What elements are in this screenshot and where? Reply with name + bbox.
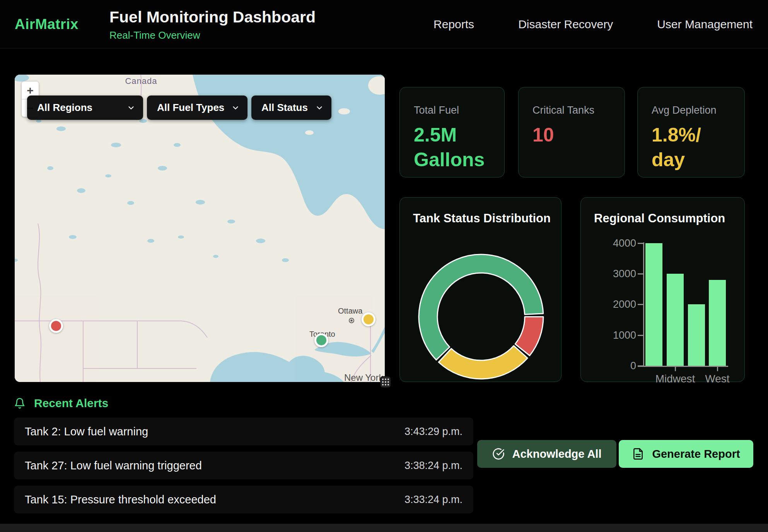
alert-message: Tank 15: Pressure threshold exceeded <box>25 493 216 506</box>
tank-status-chart-card: Tank Status Distribution <box>399 197 561 382</box>
donut-segment-warning <box>439 346 527 379</box>
fuel-type-filter-dropdown[interactable]: All Fuel Types <box>147 95 247 120</box>
alerts-header: Recent Alerts <box>14 397 108 410</box>
chevron-down-icon <box>127 104 135 112</box>
chevron-down-icon <box>231 104 240 112</box>
kpi-value-line: day <box>652 147 730 172</box>
generate-report-label: Generate Report <box>652 448 740 460</box>
status-filter-value: All Status <box>261 102 308 114</box>
nav-user-management[interactable]: User Management <box>657 18 753 31</box>
fuel-monitoring-dashboard: AirMatrix Fuel Monitoring Dashboard Real… <box>0 0 768 532</box>
alert-timestamp: 3:33:24 p.m. <box>404 494 463 506</box>
bars-layer <box>581 198 744 382</box>
alert-timestamp: 3:38:24 p.m. <box>404 460 463 472</box>
tank-status-donut-chart <box>400 198 562 382</box>
main-nav: Reports Disaster Recovery User Managemen… <box>433 0 753 48</box>
acknowledge-all-button[interactable]: Acknowledge All <box>477 440 616 468</box>
x-tick-mark <box>717 367 718 371</box>
kpi-card-total-fuel: Total Fuel 2.5M Gallons <box>399 87 505 177</box>
generate-report-button[interactable]: Generate Report <box>619 440 753 468</box>
donut-segment-critical <box>515 317 543 355</box>
x-tick-label-west: West <box>694 373 741 385</box>
kpi-value-line: 1.8%/ <box>652 123 730 147</box>
check-circle-icon <box>492 448 505 460</box>
title-block: Fuel Monitoring Dashboard Real-Time Over… <box>109 8 316 41</box>
acknowledge-all-label: Acknowledge All <box>512 448 602 460</box>
bar-region-1 <box>645 243 662 366</box>
kpi-label: Critical Tanks <box>532 104 611 116</box>
kpi-value-total-fuel: 2.5M Gallons <box>414 123 490 172</box>
alert-timestamp: 3:43:29 p.m. <box>404 426 463 438</box>
map-label-new-york: New York <box>344 372 383 382</box>
page-subtitle: Real-Time Overview <box>109 29 316 41</box>
chevron-down-icon <box>315 104 324 112</box>
top-bar: AirMatrix Fuel Monitoring Dashboard Real… <box>0 0 768 48</box>
kpi-value-line: 2.5M <box>414 123 490 147</box>
kpi-card-avg-depletion: Avg Depletion 1.8%/ day <box>637 87 745 177</box>
horizontal-scrollbar[interactable] <box>0 524 768 532</box>
fuel-type-filter-value: All Fuel Types <box>157 102 224 114</box>
alerts-title: Recent Alerts <box>34 397 108 410</box>
alert-row: Tank 15: Pressure threshold exceeded 3:3… <box>14 486 473 513</box>
kpi-value-line: Gallons <box>414 147 490 172</box>
bell-icon <box>14 397 26 409</box>
kpi-value-line: 10 <box>532 123 611 147</box>
map-label-ottawa: Ottawa <box>338 307 362 315</box>
regional-consumption-chart-card: Regional Consumption 4000 3000 2000 1000… <box>580 197 745 382</box>
region-filter-value: All Regions <box>37 102 92 114</box>
map-label-canada: Canada <box>114 76 168 86</box>
x-tick-mark <box>675 367 676 371</box>
page-title: Fuel Monitoring Dashboard <box>109 8 316 26</box>
file-report-icon <box>632 448 644 460</box>
kpi-value-critical-tanks: 10 <box>532 123 611 147</box>
kpi-label: Avg Depletion <box>652 104 730 116</box>
map-marker-normal[interactable] <box>314 333 328 347</box>
status-filter-dropdown[interactable]: All Status <box>251 95 331 120</box>
bar-region-3 <box>688 304 705 366</box>
kpi-label: Total Fuel <box>414 104 490 116</box>
map-marker-warning[interactable] <box>362 312 375 326</box>
region-filter-dropdown[interactable]: All Regions <box>27 95 143 120</box>
bar-west <box>709 280 726 366</box>
kpi-card-critical-tanks: Critical Tanks 10 <box>518 87 625 177</box>
alert-message: Tank 2: Low fuel warning <box>25 425 148 438</box>
kpi-value-avg-depletion: 1.8%/ day <box>652 123 730 172</box>
map-panel[interactable]: Canada Ottawa Toronto New York + − All R… <box>15 75 385 382</box>
map-resize-handle[interactable] <box>381 377 391 387</box>
nav-reports[interactable]: Reports <box>433 18 474 31</box>
alert-row: Tank 2: Low fuel warning 3:43:29 p.m. <box>14 418 473 445</box>
brand-logo: AirMatrix <box>15 0 79 48</box>
map-marker-critical[interactable] <box>49 319 63 333</box>
nav-disaster-recovery[interactable]: Disaster Recovery <box>518 18 613 31</box>
alert-row: Tank 27: Low fuel warning triggered 3:38… <box>14 452 473 479</box>
bar-midwest <box>667 274 684 366</box>
alert-message: Tank 27: Low fuel warning triggered <box>25 459 202 472</box>
